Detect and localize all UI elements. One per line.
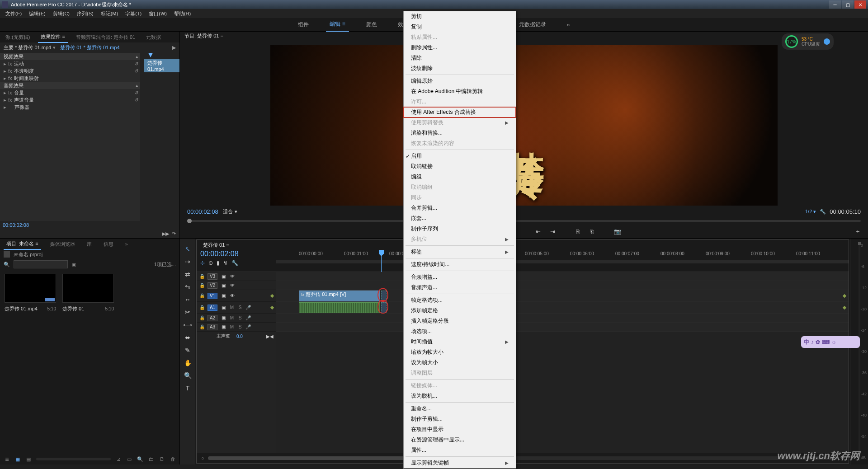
ec-row-panner[interactable]: ▸声像器	[0, 103, 140, 111]
zoom-out-button[interactable]: ○	[201, 455, 204, 461]
ime-floating-bar[interactable]: 中 ♪✿⌨☼	[801, 336, 860, 348]
src-play-button[interactable]: ▶▶	[162, 231, 169, 237]
context-menu-item[interactable]: 属性...	[404, 445, 516, 455]
context-menu-item[interactable]: 在 Adobe Audition 中编辑剪辑	[404, 86, 516, 97]
pen-tool[interactable]: ✎	[184, 346, 192, 354]
program-settings-icon[interactable]: 🔧	[820, 209, 826, 215]
track-header-v3[interactable]: 🔒V3▣👁	[197, 272, 276, 281]
sequence-tab[interactable]: 楚乔传 01 ≡	[200, 240, 232, 250]
ec-row-motion[interactable]: ▸fx运动↺	[0, 60, 140, 67]
context-menu-item[interactable]: 使用 After Effects 合成替换	[404, 107, 516, 117]
snap-button[interactable]: ⊹	[200, 260, 205, 266]
track-select-tool[interactable]: ⇢	[184, 258, 192, 266]
ec-row-channel-volume[interactable]: ▸fx声道音量↺	[0, 96, 140, 103]
tab-audio-clip-mixer[interactable]: 音频剪辑混合器: 楚乔传 01	[73, 32, 138, 42]
project-item-clip[interactable]: 楚乔传 01.mp4 5:10	[5, 274, 56, 449]
context-menu-item[interactable]: 波纹删除	[404, 63, 516, 74]
find-button[interactable]: 🔍	[137, 456, 143, 462]
new-bin-button[interactable]: 🗀	[148, 456, 154, 462]
context-menu-item[interactable]: 设为脱机...	[404, 391, 516, 401]
tab-metadata[interactable]: 元数据	[143, 32, 164, 42]
delete-button[interactable]: 🗑	[170, 456, 176, 462]
list-view-button[interactable]: ≣	[4, 456, 10, 462]
program-resolution-dropdown[interactable]: 1/2 ▾	[805, 209, 816, 215]
wrench-button[interactable]: 🔧	[231, 260, 238, 266]
ripple-edit-tool[interactable]: ⇄	[184, 270, 192, 278]
menu-marker[interactable]: 标记(M)	[97, 9, 122, 18]
menu-clip[interactable]: 剪辑(C)	[49, 9, 73, 18]
close-button[interactable]: ✕	[854, 0, 866, 9]
tab-media-browser[interactable]: 媒体浏览器	[47, 239, 78, 249]
goto-in-button[interactable]: ⇤	[534, 228, 542, 235]
track-header-a3[interactable]: 🔒A3▣MS🎤	[197, 323, 276, 332]
src-export-frame-button[interactable]: ↷	[172, 231, 176, 237]
menu-title[interactable]: 字幕(T)	[122, 9, 145, 18]
ec-sequence-link[interactable]: 楚乔传 01 * 楚乔传 01.mp4	[60, 44, 119, 51]
rolling-edit-tool[interactable]: ⇆	[184, 283, 192, 291]
ec-row-timeremap[interactable]: ▸fx时间重映射	[0, 75, 140, 82]
extract-button[interactable]: ⎗	[588, 228, 596, 235]
ec-timeline-toggle[interactable]: ▶	[172, 45, 176, 51]
program-scrub-bar[interactable]	[187, 220, 861, 222]
maximize-button[interactable]: ▢	[842, 0, 854, 9]
type-tool[interactable]: T	[184, 384, 192, 392]
selection-tool[interactable]: ↖	[184, 245, 192, 253]
sort-button[interactable]: ⊿	[115, 456, 122, 462]
tab-libraries[interactable]: 库	[84, 239, 94, 249]
timeline-clip-video[interactable]: fx 楚乔传 01.mp4 [V]	[299, 291, 380, 301]
icon-view-button[interactable]: ▦	[14, 456, 21, 462]
context-menu-item[interactable]: 删除属性...	[404, 42, 516, 53]
context-menu-item[interactable]: 时间插值▶	[404, 337, 516, 347]
ws-tab-metadata[interactable]: 元数据记录	[515, 18, 550, 31]
context-menu-item[interactable]: 帧定格选项...	[404, 295, 516, 305]
lift-button[interactable]: ⎘	[574, 228, 582, 235]
context-menu-item[interactable]: 插入帧定格分段	[404, 316, 516, 326]
effect-controls-timeline[interactable]: 楚乔传 01.mp4	[140, 53, 179, 221]
program-video-area[interactable]: 楚乔传	[270, 45, 778, 206]
program-fit-dropdown[interactable]: ▾	[235, 209, 237, 215]
track-header-a1[interactable]: 🔒A1▣MS🎤	[197, 302, 276, 314]
slip-tool[interactable]: ⟷	[184, 321, 192, 329]
tab-effect-controls[interactable]: 效果控件 ≡	[38, 32, 67, 43]
context-menu-item[interactable]: 剪切	[404, 11, 516, 22]
new-item-button[interactable]: 🗋	[159, 456, 165, 462]
ws-tab-assembly[interactable]: 组件	[294, 18, 312, 31]
menu-edit[interactable]: 编辑(E)	[25, 9, 49, 18]
tab-project[interactable]: 项目: 未命名 ≡	[4, 239, 41, 250]
linked-selection-button[interactable]: ⊙	[208, 260, 213, 266]
track-lanes[interactable]: fx 楚乔传 01.mp4 [V]	[276, 272, 849, 453]
ec-section-video[interactable]: 视频效果 ▴	[0, 53, 140, 60]
timeline-zoom-slider[interactable]	[208, 456, 838, 460]
freeform-view-button[interactable]: ▤	[25, 456, 32, 462]
timeline-clip-audio[interactable]	[299, 302, 380, 313]
context-menu-item[interactable]: 合并剪辑...	[404, 203, 516, 213]
marker-button[interactable]: ▮	[217, 260, 220, 266]
context-menu-item[interactable]: 编组	[404, 172, 516, 182]
razor-tool[interactable]: ✂	[184, 308, 192, 316]
menu-file[interactable]: 文件(F)	[2, 9, 25, 18]
timeline-ruler[interactable]: 00:00:00:0000:00:01:0000:00:02:0000:00:0…	[276, 250, 849, 272]
goto-out-button[interactable]: ⇥	[548, 228, 557, 235]
menu-help[interactable]: 帮助(H)	[170, 9, 194, 18]
track-header-a2[interactable]: 🔒A2▣MS🎤	[197, 314, 276, 323]
context-menu-item[interactable]: 清除	[404, 53, 516, 63]
context-menu-item[interactable]: ✓启用	[404, 151, 516, 161]
project-search-input[interactable]	[14, 260, 68, 268]
zoom-tool[interactable]: 🔍	[184, 371, 192, 380]
context-menu-item[interactable]: 制作子剪辑...	[404, 414, 516, 424]
context-menu-item[interactable]: 音频声道...	[404, 282, 516, 293]
context-menu-item[interactable]: 添加帧定格	[404, 305, 516, 316]
context-menu-item[interactable]: 在资源管理器中显示...	[404, 435, 516, 445]
minimize-button[interactable]: ─	[829, 0, 841, 9]
menu-sequence[interactable]: 序列(S)	[73, 9, 97, 18]
context-menu-item[interactable]: 在项目中显示	[404, 424, 516, 435]
track-header-v2[interactable]: 🔒V2▣👁	[197, 281, 276, 290]
context-menu-item[interactable]: 取消链接	[404, 161, 516, 172]
timeline-timecode[interactable]: 00:00:02:08	[200, 250, 276, 258]
export-frame-button[interactable]: 📷	[613, 228, 622, 235]
ec-row-volume[interactable]: ▸fx音量↺	[0, 89, 140, 96]
context-menu-item[interactable]: 渲染和替换...	[404, 128, 516, 138]
tab-overflow[interactable]: »	[123, 239, 131, 249]
tab-info[interactable]: 信息	[101, 239, 116, 249]
context-menu-item[interactable]: 音频增益...	[404, 272, 516, 282]
